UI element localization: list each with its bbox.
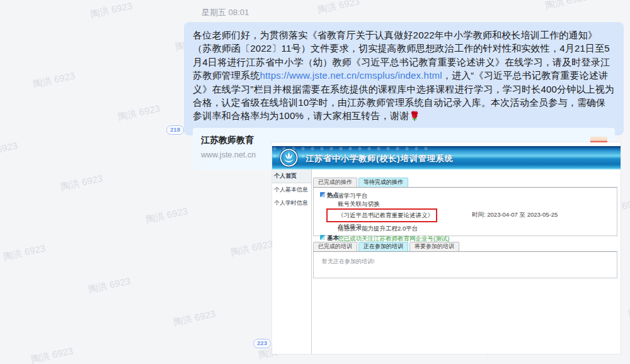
- highlighted-course-row: 《习近平总书记教育重要论述讲义》在线学习 时间: 2023-04-07 至 20…: [338, 208, 617, 224]
- hot-item-account-link[interactable]: 账号关联与切换: [338, 200, 617, 208]
- message-text: 各位老师们好，为贯彻落实《省教育厅关于认真做好2022年中小学教师和校长培训工作…: [193, 28, 615, 123]
- message-bubble: 各位老师们好，为贯彻落实《省教育厅关于认真做好2022年中小学教师和校长培训工作…: [184, 22, 624, 135]
- sidebar-item-hours-info[interactable]: 个人学时信息: [272, 196, 311, 210]
- hot-icon: [320, 192, 325, 197]
- course-time-range: 时间: 2023-04-07 至 2023-05-25: [472, 211, 558, 219]
- system-body: 个人首页 个人基本信息 个人学时信息 已完成的操作 等待完成的操作 热点: [272, 169, 621, 354]
- chat-timestamp: 星期五 08:01: [202, 7, 249, 18]
- system-logo-icon: [279, 148, 299, 168]
- hot-label: 热点: [327, 191, 339, 200]
- training-tabs: 已完成的培训 正在参加的培训 将要参加的培训: [313, 242, 617, 251]
- sidebar-item-home[interactable]: 个人首页: [272, 169, 311, 183]
- system-main: 已完成的操作 等待完成的操作 热点 省学习平台 账号关联与切换 《习近平总书记教…: [312, 169, 621, 354]
- screenshot-image[interactable]: 江苏省中小学教师(校长)培训管理系统 个人首页 个人基本信息 个人学时信息 已完…: [272, 142, 621, 354]
- tab-upcoming-training[interactable]: 将要参加的培训: [410, 242, 459, 251]
- ongoing-training-panel: 暂无正在参加的培训!: [313, 251, 617, 278]
- basic-label: 基本: [327, 234, 339, 242]
- tab-pending-operations[interactable]: 等待完成的操作: [358, 178, 408, 187]
- hot-list: 省学习平台 账号关联与切换 《习近平总书记教育重要论述讲义》在线学习 时间: 2…: [338, 191, 617, 232]
- hot-item-study-platform[interactable]: 省学习平台: [338, 191, 617, 200]
- system-sidebar: 个人首页 个人基本信息 个人学时信息: [272, 169, 312, 354]
- hot-item-it-platform[interactable]: 信息技术能力提升工程2.0平台: [338, 224, 617, 232]
- operations-tabs: 已完成的操作 等待完成的操作: [313, 178, 617, 187]
- tab-ongoing-training[interactable]: 正在参加的培训: [358, 242, 408, 251]
- red-highlight-box: 《习近平总书记教育重要论述讲义》在线学习: [326, 208, 437, 222]
- system-title: 江苏省中小学教师(校长)培训管理系统: [306, 153, 454, 164]
- rose-emoji: 🌹: [409, 111, 420, 121]
- basic-icon: [320, 235, 325, 240]
- message-link[interactable]: https://www.jste.net.cn/cmsplus/index.ht…: [260, 70, 442, 81]
- system-banner: 江苏省中小学教师(校长)培训管理系统: [272, 146, 621, 169]
- pending-operations-panel: 热点 省学习平台 账号关联与切换 《习近平总书记教育重要论述讲义》在线学习 时间…: [313, 187, 617, 236]
- basic-section: 基本 您已成功关注江苏教师教育网企业号(测试): [314, 234, 617, 242]
- tab-completed-operations[interactable]: 已完成的操作: [313, 178, 357, 187]
- sidebar-item-basic-info[interactable]: 个人基本信息: [272, 183, 311, 196]
- empty-training-message: 暂无正在参加的培训!: [314, 252, 617, 266]
- chat-screen: 陶洪 6923陶洪 6923陶洪 6923陶洪 6923陶洪 6923陶洪 69…: [0, 0, 630, 364]
- hot-section: 热点 省学习平台 账号关联与切换 《习近平总书记教育重要论述讲义》在线学习 时间…: [314, 191, 617, 232]
- image-count-badge[interactable]: 223: [253, 339, 271, 348]
- follow-success-message[interactable]: 您已成功关注江苏教师教育网企业号(测试): [338, 234, 617, 242]
- message-count-badge[interactable]: 218: [166, 125, 184, 135]
- tab-completed-training[interactable]: 已完成的培训: [313, 242, 357, 251]
